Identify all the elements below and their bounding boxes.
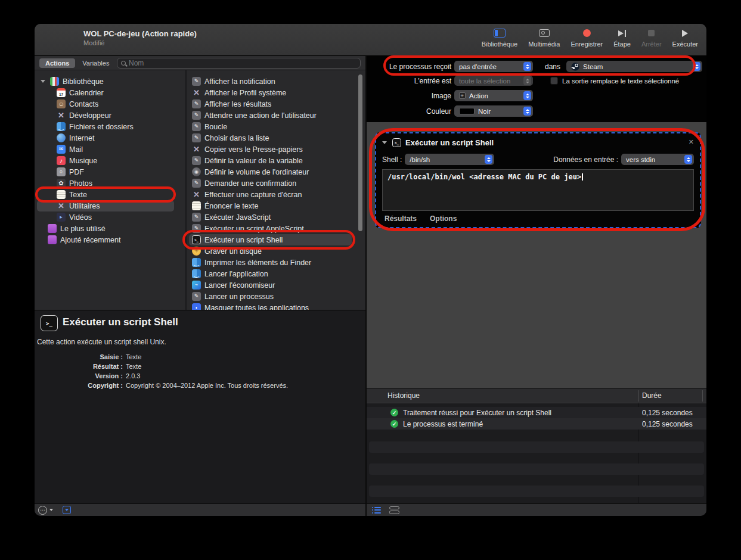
sidebar-item-contacts[interactable]: ☺Contacts	[35, 98, 185, 110]
results-tab[interactable]: Résultats	[385, 214, 417, 223]
search-input[interactable]	[129, 59, 343, 67]
entry-type-popup: toute la sélection	[454, 76, 533, 86]
action-item[interactable]: ✕Copier vers le Presse-papiers	[187, 144, 365, 155]
application-popup[interactable]: Steam	[566, 61, 702, 72]
action-item[interactable]: ✎Exécuter JavaScript	[187, 211, 365, 223]
videos-icon: ▸	[57, 213, 66, 222]
action-item[interactable]: ✳Graver un disque	[187, 245, 365, 257]
chevron-down-icon[interactable]	[41, 80, 45, 83]
screensaver-icon: ~	[192, 281, 201, 290]
duration-header[interactable]: Durée	[642, 391, 662, 400]
sidebar-item-ajoute-recemment[interactable]: Ajouté récemment	[35, 234, 185, 245]
media-toolbar-button[interactable]: Multimédia	[525, 27, 563, 49]
log-title[interactable]: Historique	[387, 391, 420, 400]
action-item[interactable]: ✕Afficher le Profil système	[187, 87, 365, 98]
success-check-icon: ✓	[390, 420, 398, 428]
action-item[interactable]: ◖Masquer toutes les applications	[187, 302, 365, 310]
action-item[interactable]: ✎Exécuter un script AppleScript	[187, 223, 365, 234]
action-item[interactable]: ‿Imprimer les éléments du Finder	[187, 257, 365, 268]
library-icon	[50, 77, 59, 86]
action-item[interactable]: ‿Lancer l'application	[187, 268, 365, 279]
action-item[interactable]: ✕Effectuer une capture d'écran	[187, 189, 365, 200]
shell-script-action-panel[interactable]: >_ Exécuter un script Shell ✕ Shell : /b…	[375, 132, 701, 228]
in-label: dans	[545, 63, 560, 71]
options-tab[interactable]: Options	[430, 214, 457, 223]
log-row[interactable]: ✓ Traitement réussi pour Exécuter un scr…	[367, 407, 706, 418]
run-toolbar-button[interactable]: Exécuter	[669, 27, 702, 49]
automator-window: WOL PC-de-jeu (Action rapide) Modifié Bi…	[35, 24, 706, 516]
sidebar-item-videos[interactable]: ▸Vidéos	[35, 211, 185, 223]
step-toolbar-button[interactable]: Étape	[610, 27, 634, 49]
workflow-actions-menu-icon[interactable]: ⋯	[38, 506, 47, 515]
script-editor[interactable]: /usr/local/bin/wol <adresse MAC du PC de…	[382, 169, 694, 211]
workflow-pane: Le processus reçoit pas d'entrée dans St…	[367, 56, 706, 503]
popup-stepper-icon	[523, 76, 531, 85]
record-toolbar-button[interactable]: Enregistrer	[567, 27, 606, 49]
popup-stepper-icon	[485, 155, 492, 164]
sidebar-item-utilitaires[interactable]: ✕Utilitaires	[37, 200, 174, 211]
action-item[interactable]: ✎Afficher la notification	[187, 76, 365, 87]
action-item[interactable]: ✎Définir la valeur de la variable	[187, 155, 365, 166]
log-section: Historique Durée ✓ Traitement réussi pou…	[367, 388, 706, 503]
terminal-icon: >_	[192, 235, 201, 244]
action-item[interactable]: Énoncer le texte	[187, 200, 365, 211]
music-icon: ♪	[57, 156, 66, 165]
sidebar-item-mail[interactable]: ✉Mail	[35, 144, 185, 155]
shell-label: Shell :	[382, 155, 402, 164]
sidebar-item-photos[interactable]: ✿Photos	[35, 178, 185, 189]
action-item[interactable]: ✎Lancer un processus	[187, 291, 365, 302]
finder-icon: ‿	[57, 122, 66, 131]
toolbar: Bibliothèque Multimédia Enregistrer Étap…	[478, 27, 702, 49]
sidebar-item-calendrier[interactable]: 17Calendrier	[35, 87, 185, 98]
action-item[interactable]: ✎Choisir dans la liste	[187, 132, 365, 144]
automator-icon: ✎	[192, 224, 201, 233]
action-item[interactable]: ✎Demander une confirmation	[187, 178, 365, 189]
shell-popup[interactable]: /bin/sh	[405, 154, 494, 165]
sidebar-item-developpeur[interactable]: ✕Développeur	[35, 110, 185, 121]
run-icon	[682, 30, 688, 37]
search-field[interactable]	[117, 58, 361, 69]
xtool-icon: ✕	[57, 111, 66, 120]
hide-icon: ◖	[192, 303, 201, 310]
action-item-executer-un-script-shell[interactable]: >_Exécuter un script Shell	[189, 234, 352, 245]
scrollbar-thumb[interactable]	[358, 74, 362, 231]
tab-actions[interactable]: Actions	[39, 58, 75, 68]
record-icon	[583, 29, 591, 37]
library-toolbar-button[interactable]: Bibliothèque	[478, 27, 522, 49]
input-type-popup[interactable]: pas d'entrée	[454, 61, 533, 72]
finder-icon: ‿	[192, 269, 201, 278]
sidebar-item-bibliotheque[interactable]: Bibliothèque	[35, 76, 185, 87]
variable-toggle-icon[interactable]	[63, 506, 71, 514]
color-label: Couleur	[367, 107, 451, 116]
tab-variables[interactable]: Variables	[79, 58, 113, 68]
popup-stepper-icon	[684, 155, 692, 164]
chevron-down-icon[interactable]	[49, 509, 53, 511]
sidebar-item-internet[interactable]: Internet	[35, 132, 185, 144]
close-icon[interactable]: ✕	[689, 138, 694, 146]
panels-view-icon[interactable]	[389, 506, 399, 514]
column-divider	[638, 390, 639, 402]
sidebar-item-le-plus-utilise[interactable]: Le plus utilisé	[35, 223, 185, 234]
list-view-icon[interactable]	[374, 507, 381, 514]
sidebar-item-fichiers-et-dossiers[interactable]: ‿Fichiers et dossiers	[35, 121, 185, 132]
sidebar-item-pdf[interactable]: ○PDF	[35, 166, 185, 178]
action-item[interactable]: ✎Boucle	[187, 121, 365, 132]
action-item[interactable]: ✎Afficher les résultats	[187, 98, 365, 110]
log-row[interactable]: ✓ Le processus est terminé 0,125 seconde…	[367, 418, 706, 430]
globe-icon	[57, 133, 66, 142]
sidebar-item-texte[interactable]: Texte	[35, 189, 185, 200]
library-filter-bar: Actions Variables	[35, 56, 365, 70]
input-data-popup[interactable]: vers stdin	[621, 154, 694, 165]
sidebar-item-musique[interactable]: ♪Musique	[35, 155, 185, 166]
action-item[interactable]: ✎Attendre une action de l'utilisateur	[187, 110, 365, 121]
automator-icon: ✎	[192, 99, 201, 108]
left-footer-bar: ⋯	[35, 503, 365, 516]
replace-text-checkbox[interactable]	[550, 77, 558, 85]
action-item[interactable]: ~Lancer l'économiseur	[187, 279, 365, 291]
image-popup[interactable]: ✳ Action	[454, 90, 533, 101]
library-columns: Bibliothèque 17Calendrier ☺Contacts ✕Dév…	[35, 70, 365, 310]
stop-toolbar-button: Arrêter	[638, 27, 665, 49]
color-popup[interactable]: Noir	[454, 105, 533, 117]
collapse-chevron-icon[interactable]	[382, 141, 387, 144]
action-item[interactable]: ◉Définir le volume de l'ordinateur	[187, 166, 365, 178]
